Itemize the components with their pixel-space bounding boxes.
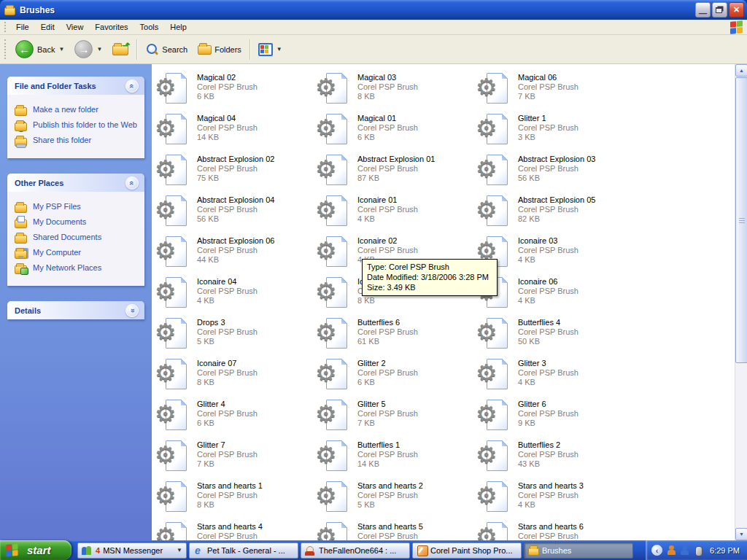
file-tile[interactable]: ⚙ Drops 3 Corel PSP Brush 5 KB bbox=[157, 316, 317, 357]
file-tile[interactable]: ⚙ Abstract Explosion 01 Corel PSP Brush … bbox=[317, 152, 478, 193]
panel-header[interactable]: Other Places « bbox=[7, 174, 144, 192]
file-tile[interactable]: ⚙ Magical 06 Corel PSP Brush 7 KB bbox=[478, 71, 638, 112]
file-tile[interactable]: ⚙ Iconaire 07 Corel PSP Brush 8 KB bbox=[157, 357, 317, 397]
search-button[interactable]: Search bbox=[140, 40, 193, 59]
up-button[interactable]: ⬏ bbox=[107, 40, 133, 58]
place-link[interactable]: My Documents bbox=[15, 217, 140, 228]
file-tile[interactable]: ⚙ Abstract Explosion 03 Corel PSP Brush … bbox=[478, 152, 638, 193]
scroll-down-button[interactable]: ▼ bbox=[735, 528, 747, 540]
file-tile[interactable]: ⚙ Magical 02 Corel PSP Brush 6 KB bbox=[157, 71, 317, 112]
start-button[interactable]: start bbox=[0, 540, 71, 560]
msn-messenger-icon bbox=[82, 545, 93, 556]
contact-blue-icon[interactable] bbox=[679, 545, 690, 556]
task-link[interactable]: Make a new folder bbox=[15, 105, 140, 116]
file-type: Corel PSP Brush bbox=[197, 491, 263, 500]
file-tile[interactable]: ⚙ Abstract Explosion 04 Corel PSP Brush … bbox=[157, 193, 317, 234]
taskbar-task-button[interactable]: 4 MSN Messenger ▼ bbox=[77, 542, 187, 559]
menu-item[interactable]: Edit bbox=[35, 20, 61, 34]
file-tile[interactable]: ⚙ Abstract Explosion 02 Corel PSP Brush … bbox=[157, 152, 317, 193]
file-name: Glitter 1 bbox=[518, 114, 578, 123]
menu-item[interactable]: Tools bbox=[134, 20, 165, 34]
task-link[interactable]: Share this folder bbox=[15, 136, 140, 147]
file-tile[interactable]: ⚙ Glitter 3 Corel PSP Brush 4 KB bbox=[478, 357, 638, 397]
file-name: Abstract Explosion 06 bbox=[197, 236, 274, 246]
back-button[interactable]: ← Back ▼ bbox=[10, 37, 69, 61]
globe-icon bbox=[15, 120, 28, 131]
file-tile[interactable]: ⚙ Glitter 4 Corel PSP Brush 6 KB bbox=[157, 397, 317, 438]
file-name: Butterflies 2 bbox=[518, 440, 578, 450]
toolbar-grip bbox=[4, 39, 7, 59]
file-type: Corel PSP Brush bbox=[518, 450, 578, 459]
scrollbar-thumb[interactable] bbox=[735, 77, 747, 363]
collapse-button[interactable]: « bbox=[125, 176, 139, 190]
file-name: Abstract Explosion 01 bbox=[357, 155, 435, 164]
hidden-icons-chevron[interactable]: ‹ bbox=[651, 545, 662, 556]
file-tile[interactable]: ⚙ Stars and hearts 1 Corel PSP Brush 8 K… bbox=[157, 479, 317, 520]
file-tile[interactable]: ⚙ Stars and hearts 5 Corel PSP Brush bbox=[317, 520, 478, 540]
file-tile[interactable]: ⚙ Glitter 2 Corel PSP Brush 6 KB bbox=[317, 357, 478, 397]
file-tile[interactable]: ⚙ Magical 04 Corel PSP Brush 14 KB bbox=[157, 112, 317, 152]
place-link[interactable]: My Network Places bbox=[15, 263, 140, 274]
place-link[interactable]: My PSP Files bbox=[15, 202, 140, 213]
taskbar-task-button[interactable]: Pet Talk - General - ... ▼ bbox=[189, 542, 298, 559]
file-tile[interactable]: ⚙ Glitter 6 Corel PSP Brush 9 KB bbox=[478, 397, 638, 438]
file-size: 14 KB bbox=[357, 459, 418, 469]
vertical-scrollbar[interactable]: ▲ ▼ bbox=[735, 64, 747, 540]
views-button[interactable]: ▼ bbox=[253, 40, 287, 59]
file-type: Corel PSP Brush bbox=[357, 164, 435, 174]
taskbar-task-button[interactable]: Brushes ▼ bbox=[524, 542, 633, 559]
file-tile[interactable]: ⚙ Glitter 7 Corel PSP Brush 7 KB bbox=[157, 438, 317, 479]
brush-file-icon: ⚙ bbox=[478, 316, 511, 351]
restore-button[interactable] bbox=[712, 2, 727, 18]
file-tile[interactable]: ⚙ Iconaire 06 Corel PSP Brush 4 KB bbox=[478, 275, 638, 316]
file-tile[interactable]: ⚙ Abstract Explosion 06 Corel PSP Brush … bbox=[157, 234, 317, 275]
file-tile[interactable]: ⚙ Stars and hearts 4 Corel PSP Brush bbox=[157, 520, 317, 540]
panel-header[interactable]: File and Folder Tasks « bbox=[7, 77, 144, 95]
scroll-up-button[interactable]: ▲ bbox=[735, 64, 747, 77]
file-tile[interactable]: ⚙ Butterflies 4 Corel PSP Brush 50 KB bbox=[478, 316, 638, 357]
close-button[interactable]: ✕ bbox=[729, 2, 744, 18]
place-link[interactable]: My Computer bbox=[15, 248, 140, 259]
folder-icon bbox=[528, 545, 539, 556]
file-tile[interactable]: ⚙ Butterflies 2 Corel PSP Brush 43 KB bbox=[478, 438, 638, 479]
taskbar-clock: 6:29 PM bbox=[710, 546, 740, 555]
file-tile[interactable]: ⚙ Iconaire 01 Corel PSP Brush 4 KB bbox=[317, 193, 478, 234]
expand-button[interactable]: « bbox=[125, 304, 139, 317]
file-tile[interactable]: ⚙ Abstract Explosion 05 Corel PSP Brush … bbox=[478, 193, 638, 234]
file-tile[interactable]: ⚙ Magical 01 Corel PSP Brush 6 KB bbox=[317, 112, 478, 152]
file-tile[interactable]: ⚙ Butterflies 6 Corel PSP Brush 61 KB bbox=[317, 316, 478, 357]
file-type: Corel PSP Brush bbox=[197, 327, 258, 337]
task-label: Pet Talk - General - ... bbox=[207, 546, 294, 555]
file-type: Corel PSP Brush bbox=[357, 205, 418, 214]
taskbar-task-button[interactable]: Corel Paint Shop Pro... ▼ bbox=[412, 542, 522, 559]
menu-item[interactable]: File bbox=[10, 20, 35, 34]
mouse-icon[interactable] bbox=[692, 545, 703, 556]
contact-orange-icon[interactable] bbox=[666, 545, 677, 556]
file-tile[interactable]: ⚙ Magical 03 Corel PSP Brush 8 KB bbox=[317, 71, 478, 112]
file-tile[interactable]: ⚙ Iconaire 03 Corel PSP Brush 4 KB bbox=[478, 234, 638, 275]
toolbar: ← Back ▼ → ▼ ⬏ Search Folders ▼ bbox=[0, 35, 747, 64]
file-tile[interactable]: ⚙ Glitter 1 Corel PSP Brush 3 KB bbox=[478, 112, 638, 152]
forward-button[interactable]: → ▼ bbox=[69, 37, 107, 61]
menu-item[interactable]: Help bbox=[164, 20, 193, 34]
brush-file-icon: ⚙ bbox=[317, 112, 351, 147]
file-tile[interactable]: ⚙ Stars and hearts 6 Corel PSP Brush bbox=[478, 520, 638, 540]
folder-icon bbox=[15, 202, 28, 213]
file-tile[interactable]: ⚙ Iconaire 04 Corel PSP Brush 4 KB bbox=[157, 275, 317, 316]
minimize-button[interactable]: — bbox=[695, 2, 711, 18]
file-tile[interactable]: ⚙ Stars and hearts 2 Corel PSP Brush 5 K… bbox=[317, 479, 478, 520]
file-tile[interactable]: ⚙ Glitter 5 Corel PSP Brush 7 KB bbox=[317, 397, 478, 438]
file-size: 7 KB bbox=[518, 92, 578, 101]
toolbar-grip bbox=[4, 22, 7, 32]
file-tile[interactable]: ⚙ Stars and hearts 3 Corel PSP Brush 4 K… bbox=[478, 479, 638, 520]
task-link[interactable]: Publish this folder to the Web bbox=[15, 120, 140, 131]
folders-button[interactable]: Folders bbox=[193, 41, 247, 58]
taskbar-task-button[interactable]: TheFallenOne664 : ... ▼ bbox=[301, 542, 410, 559]
panel-header[interactable]: Details « bbox=[7, 301, 144, 319]
file-type: Corel PSP Brush bbox=[357, 123, 418, 133]
file-tile[interactable]: ⚙ Butterflies 1 Corel PSP Brush 14 KB bbox=[317, 438, 478, 479]
menu-item[interactable]: View bbox=[61, 20, 90, 34]
collapse-button[interactable]: « bbox=[125, 79, 139, 93]
menu-item[interactable]: Favorites bbox=[89, 20, 133, 34]
place-link[interactable]: Shared Documents bbox=[15, 233, 140, 244]
